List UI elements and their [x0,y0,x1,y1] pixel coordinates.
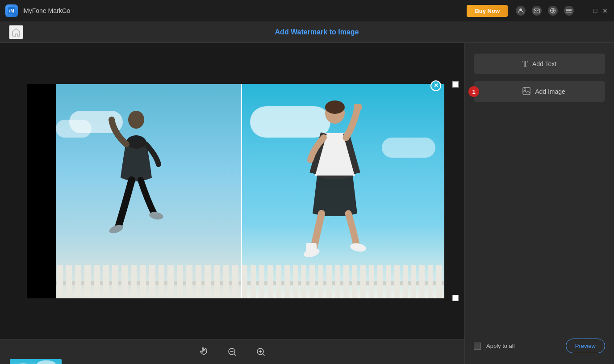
pan-tool-button[interactable] [196,344,212,360]
title-bar-icons [516,6,574,16]
person-left-svg [92,106,181,263]
thumb-inner [10,359,62,364]
add-image-badge: 1 [468,86,479,97]
add-image-row: 1 Add Image [474,81,605,102]
svg-point-13 [325,100,345,114]
add-image-button[interactable]: Add Image [474,81,605,102]
divider-handle-top[interactable] [452,81,459,88]
zoom-in-button[interactable] [253,344,269,360]
canvas-toolbar [0,339,464,364]
canvas-area: ✕ [0,43,464,364]
fence-right [241,258,444,298]
window-controls: ─ □ ✕ [582,7,609,14]
right-panel: T Add Text 1 Add Image [464,43,614,364]
canvas-viewport: ✕ [0,43,464,339]
cloud-left-2 [56,120,92,138]
image-right [241,84,444,298]
svg-line-20 [234,354,236,356]
user-icon[interactable] [516,6,526,16]
nav-bar: Add Watermark to Image [0,21,614,43]
canvas-divider[interactable] [241,84,242,298]
svg-line-24 [263,354,264,356]
page-title: Add Watermark to Image [29,28,605,36]
minimize-button[interactable]: ─ [582,7,589,14]
add-text-button[interactable]: T Add Text [474,54,605,74]
app-logo: iM [5,4,18,17]
canvas-image-container: ✕ [27,84,438,298]
globe-icon[interactable] [548,6,558,16]
image-left [56,84,241,298]
bottom-left-col: 1 File(s) Add Image [9,358,63,364]
panel-bottom: Apply to all Preview [474,339,605,353]
add-image-badge-container: 1 [468,86,479,97]
main-layout: ✕ [0,43,614,364]
divider-handle-bottom[interactable] [452,295,459,301]
svg-point-26 [524,88,526,90]
svg-rect-14 [354,104,362,110]
image-icon [522,87,530,96]
menu-icon[interactable] [564,6,574,16]
text-icon: T [522,59,528,69]
preview-button[interactable]: Preview [566,339,605,353]
app-title: iMyFone MarkGo [22,7,462,14]
panel-spacer [474,109,605,331]
close-button[interactable]: ✕ [601,7,609,14]
person-right-svg [281,97,388,267]
svg-rect-17 [306,243,317,253]
zoom-out-button[interactable] [224,344,240,360]
svg-point-8 [128,111,144,129]
thumbnail-item[interactable] [9,358,63,364]
buy-now-button[interactable]: Buy Now [467,5,508,17]
svg-rect-5 [566,9,572,10]
svg-text:iM: iM [9,8,14,13]
apply-all-checkbox[interactable] [474,343,481,350]
svg-rect-7 [566,12,572,13]
thumb-svg [10,359,62,364]
title-bar: iM iMyFone MarkGo Buy Now [0,0,614,21]
black-bar-left [27,84,56,298]
apply-all-label: Apply to all [486,343,515,349]
mail-icon[interactable] [532,6,542,16]
svg-rect-6 [566,10,572,11]
cloud-right-2 [382,138,435,158]
fence-left [56,258,241,298]
canvas-close-button[interactable]: ✕ [430,80,441,91]
maximize-button[interactable]: □ [592,7,599,14]
svg-point-16 [350,242,367,253]
home-button[interactable] [9,25,23,39]
